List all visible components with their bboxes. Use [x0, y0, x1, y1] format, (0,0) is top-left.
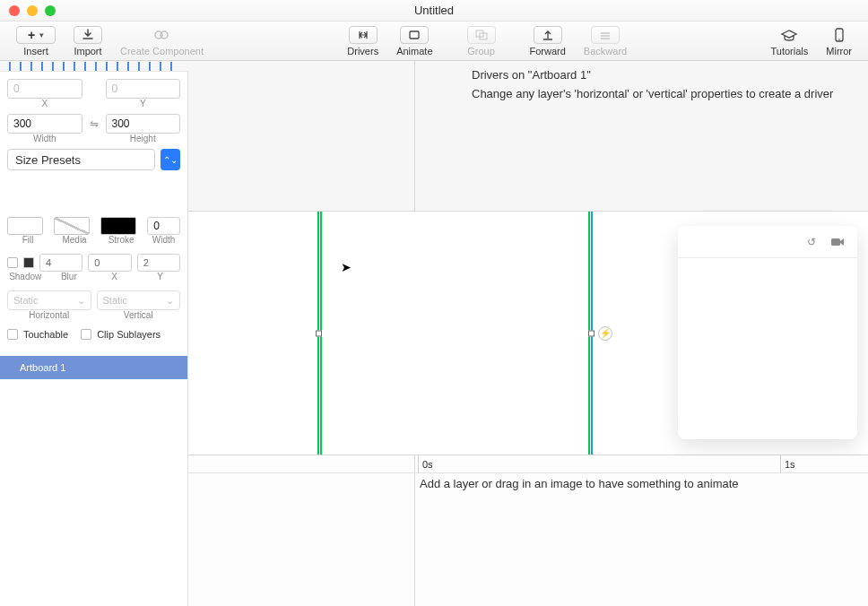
shadow-color-swatch[interactable]	[23, 257, 34, 268]
insert-button[interactable]: +▾ Insert	[7, 26, 65, 56]
timeline-tick-0s: 0s	[418, 455, 433, 473]
drivers-title: Drivers on "Artboard 1"	[472, 68, 833, 82]
stroke-width-input[interactable]: 0	[147, 217, 180, 235]
align-top-button[interactable]	[74, 62, 86, 71]
shadow-x-label: X	[94, 272, 135, 281]
shadow-y-label: Y	[140, 272, 180, 281]
clip-sublayers-checkbox[interactable]: Clip Sublayers	[81, 329, 161, 340]
y-input[interactable]: 0	[106, 79, 181, 99]
svg-point-1	[161, 31, 168, 39]
mirror-label: Mirror	[826, 46, 852, 56]
animate-button[interactable]: Animate	[387, 26, 441, 56]
drivers-panel: Drivers on "Artboard 1" Change any layer…	[188, 61, 868, 212]
timeline-panel: 0s 1s Add a layer or drag in an image to…	[188, 455, 868, 606]
stroke-swatch[interactable]	[100, 217, 136, 235]
height-label: Height	[106, 134, 181, 143]
align-center-v-button[interactable]	[95, 62, 108, 71]
vertical-mode-select[interactable]: Static⌄	[97, 290, 181, 310]
mirror-button[interactable]: Mirror	[817, 26, 861, 56]
horizontal-label: Horizontal	[7, 310, 91, 320]
x-input[interactable]: 0	[7, 79, 82, 99]
main-area: Drivers on "Artboard 1" Change any layer…	[188, 61, 868, 606]
tutorials-label: Tutorials	[771, 46, 809, 56]
stroke-label: Stroke	[100, 235, 142, 245]
fill-label: Fill	[7, 235, 48, 245]
animate-label: Animate	[396, 46, 432, 56]
preview-window: ↺	[678, 226, 857, 439]
shadow-y-input[interactable]: 2	[137, 254, 180, 272]
width-input[interactable]: 300	[7, 114, 82, 134]
group-label: Group	[467, 46, 495, 56]
import-label: Import	[74, 46, 101, 56]
drivers-label: Drivers	[347, 46, 378, 56]
import-button[interactable]: Import	[65, 26, 111, 56]
svg-rect-7	[831, 238, 840, 246]
shadow-label: Shadow	[7, 272, 43, 281]
link-dimensions-icon[interactable]: ⇋	[88, 117, 100, 130]
canvas[interactable]: ⚡ ➤ ↺	[188, 212, 868, 455]
main-toolbar: +▾ Insert Import Create Component Driver…	[0, 22, 868, 61]
shadow-x-input[interactable]: 0	[88, 254, 131, 272]
create-component-label: Create Component	[120, 46, 204, 56]
width-label: Width	[7, 134, 82, 143]
resize-handle-right[interactable]	[588, 330, 595, 336]
align-left-button[interactable]	[9, 62, 22, 71]
forward-button[interactable]: Forward	[521, 26, 575, 56]
phone-icon	[833, 28, 846, 42]
group-button[interactable]: Group	[458, 26, 505, 56]
window-title: Untitled	[0, 4, 868, 17]
cursor-icon: ➤	[341, 260, 352, 274]
horizontal-mode-select[interactable]: Static⌄	[7, 290, 91, 310]
vertical-label: Vertical	[97, 310, 181, 320]
timeline-tick-1s: 1s	[780, 455, 795, 473]
titlebar: Untitled	[0, 0, 868, 22]
blur-label: Blur	[48, 272, 89, 281]
svg-point-6	[838, 39, 840, 40]
fill-swatch[interactable]	[7, 217, 43, 235]
lightning-icon[interactable]: ⚡	[598, 326, 612, 341]
distribute-h-button[interactable]	[138, 62, 151, 71]
svg-rect-2	[410, 31, 419, 39]
stroke-width-label: Width	[147, 235, 180, 245]
shadow-enable-checkbox[interactable]	[7, 257, 18, 268]
timeline-empty-hint: Add a layer or drag in an image to have …	[420, 477, 739, 490]
media-label: Media	[54, 235, 95, 245]
height-input[interactable]: 300	[106, 114, 181, 134]
tutorials-button[interactable]: Tutorials	[762, 26, 818, 56]
resize-handle-left[interactable]	[316, 330, 322, 336]
align-bottom-button[interactable]	[117, 62, 129, 71]
x-label: X	[7, 99, 82, 108]
create-component-button[interactable]: Create Component	[111, 26, 213, 56]
size-presets-caret[interactable]: ⌃⌄	[161, 149, 180, 170]
backward-button[interactable]: Backward	[575, 26, 636, 56]
artboard[interactable]: ⚡	[317, 212, 593, 454]
y-label: Y	[106, 99, 181, 108]
timeline-ruler[interactable]: 0s 1s	[188, 455, 868, 473]
backward-label: Backward	[584, 46, 627, 56]
layer-item-artboard-1[interactable]: Artboard 1	[0, 356, 187, 379]
insert-label: Insert	[23, 46, 48, 56]
drivers-button[interactable]: Drivers	[338, 26, 387, 56]
distribute-v-button[interactable]	[160, 62, 172, 71]
blur-input[interactable]: 4	[39, 254, 82, 272]
media-swatch[interactable]	[54, 217, 90, 235]
undo-icon[interactable]: ↺	[807, 236, 816, 248]
align-center-h-button[interactable]	[30, 62, 43, 71]
graduation-cap-icon	[780, 29, 798, 41]
align-right-button[interactable]	[52, 62, 65, 71]
record-icon[interactable]	[830, 237, 845, 247]
inspector-panel: 0 0 XY 300 ⇋ 300 WidthHeight Size Preset…	[0, 72, 188, 606]
touchable-checkbox[interactable]: Touchable	[7, 329, 68, 340]
drivers-hint: Change any layer's 'horizontal' or 'vert…	[472, 87, 833, 100]
size-presets-select[interactable]: Size Presets	[7, 149, 155, 170]
forward-label: Forward	[530, 46, 566, 56]
